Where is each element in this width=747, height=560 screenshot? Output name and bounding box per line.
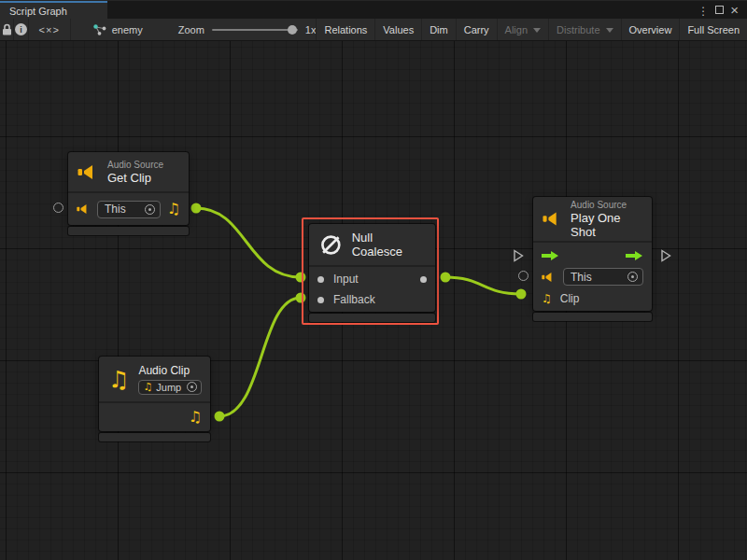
target-picker-icon[interactable] xyxy=(187,382,197,392)
node-category: Audio Source xyxy=(107,160,163,171)
variable-value: Jump xyxy=(156,382,181,393)
variable-field[interactable]: Jump xyxy=(138,380,202,395)
chevron-down-icon xyxy=(533,28,541,33)
audio-clip-icon xyxy=(108,368,129,391)
dim-button[interactable]: Dim xyxy=(421,19,456,40)
window-tab-bar: Script Graph xyxy=(0,0,747,19)
zoom-slider[interactable] xyxy=(212,19,298,41)
this-target-field[interactable]: This xyxy=(97,201,161,218)
maximize-icon[interactable] xyxy=(715,6,724,14)
node-title: Audio Clip xyxy=(138,364,202,378)
audioclip-output-icon xyxy=(167,202,180,217)
lock-button[interactable] xyxy=(0,19,14,40)
graph-name: enemy xyxy=(112,24,143,35)
graph-toolbar: enemy Zoom 1x Relations Values Dim Carry… xyxy=(0,19,747,41)
window-controls xyxy=(698,1,747,19)
port-endpoint[interactable] xyxy=(441,273,451,283)
info-button[interactable] xyxy=(14,19,28,40)
close-icon[interactable] xyxy=(730,2,739,19)
distribute-button[interactable]: Distribute xyxy=(548,19,620,40)
node-null-coalesce[interactable]: Null Coalesce Input Fallback xyxy=(309,224,435,322)
audio-source-icon xyxy=(78,164,99,180)
node-footer xyxy=(309,314,435,322)
flow-out-port[interactable] xyxy=(660,249,671,262)
node-play-one-shot[interactable]: Audio Source Play One Shot xyxy=(533,197,652,321)
code-icon xyxy=(39,24,60,35)
port-endpoint[interactable] xyxy=(215,412,225,422)
node-title: Null Coalesce xyxy=(352,231,426,259)
input-port-label: Input xyxy=(333,273,359,286)
node-footer xyxy=(533,313,652,321)
this-target-field[interactable]: This xyxy=(563,268,643,286)
wire-audioclip-to-fallback[interactable] xyxy=(219,298,301,416)
port-endpoint[interactable] xyxy=(516,289,527,300)
tab-title: Script Graph xyxy=(9,6,67,17)
zoom-slider-track xyxy=(212,29,298,31)
result-port-icon[interactable] xyxy=(420,276,427,283)
fallback-port-icon[interactable] xyxy=(317,297,324,303)
audio-clip-icon xyxy=(143,382,152,392)
code-view-button[interactable] xyxy=(29,19,71,40)
fallback-port-label: Fallback xyxy=(333,293,375,306)
relations-button[interactable]: Relations xyxy=(316,19,374,40)
graph-canvas[interactable]: Audio Source Get Clip This xyxy=(0,41,747,560)
audioclip-output-icon xyxy=(189,410,202,425)
zoom-label: Zoom xyxy=(178,24,204,35)
play-one-shot-this-port[interactable] xyxy=(518,271,529,281)
align-button[interactable]: Align xyxy=(497,19,548,40)
node-footer xyxy=(68,227,189,235)
target-picker-icon[interactable] xyxy=(145,204,155,215)
clip-port-icon[interactable] xyxy=(542,293,552,304)
wire-getclip-to-input[interactable] xyxy=(196,208,301,277)
carry-button[interactable]: Carry xyxy=(456,19,497,40)
fullscreen-button[interactable]: Full Screen xyxy=(679,19,747,40)
port-endpoint[interactable] xyxy=(191,203,202,214)
null-coalesce-icon xyxy=(318,232,344,258)
zoom-slider-handle[interactable] xyxy=(288,25,297,35)
flow-in-icon[interactable] xyxy=(542,250,559,261)
node-title: Play One Shot xyxy=(571,211,642,239)
flow-in-port[interactable] xyxy=(513,249,524,262)
target-value: This xyxy=(105,203,126,216)
audio-source-icon xyxy=(77,203,91,215)
audio-source-icon xyxy=(543,211,562,227)
info-icon xyxy=(15,23,27,35)
audio-source-icon xyxy=(542,272,556,283)
kebab-menu-icon[interactable] xyxy=(698,2,709,19)
chevron-down-icon xyxy=(606,28,613,33)
tab-script-graph[interactable]: Script Graph xyxy=(0,1,107,19)
graph-breadcrumb[interactable]: enemy xyxy=(90,19,147,40)
node-audio-clip[interactable]: Audio Clip Jump xyxy=(99,357,210,441)
wire-null-to-clip[interactable] xyxy=(445,277,521,294)
overview-button[interactable]: Overview xyxy=(621,19,680,40)
input-port-icon[interactable] xyxy=(317,276,324,283)
flow-out-icon[interactable] xyxy=(626,250,643,261)
target-value: This xyxy=(571,271,592,284)
get-clip-this-port[interactable] xyxy=(53,203,63,213)
clip-port-label: Clip xyxy=(560,292,580,305)
node-category: Audio Source xyxy=(571,200,642,211)
node-get-clip[interactable]: Audio Source Get Clip This xyxy=(68,152,189,235)
target-picker-icon[interactable] xyxy=(627,272,638,282)
zoom-control: Zoom 1x xyxy=(178,19,317,40)
lock-icon xyxy=(2,23,12,35)
graph-icon xyxy=(93,24,106,35)
node-footer xyxy=(99,433,210,441)
node-title: Get Clip xyxy=(107,171,163,185)
zoom-value: 1x xyxy=(305,24,317,35)
values-button[interactable]: Values xyxy=(374,19,421,40)
